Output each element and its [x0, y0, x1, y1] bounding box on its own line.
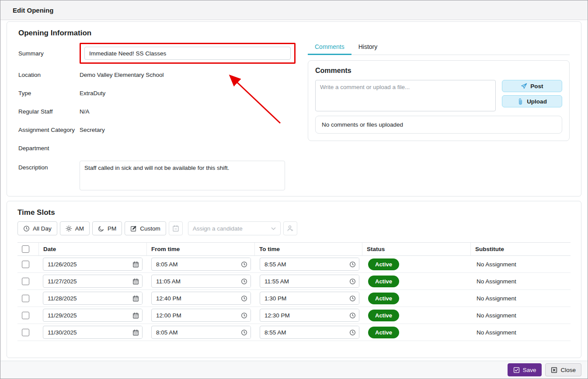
paperclip-icon: [517, 98, 524, 105]
am-button[interactable]: AM: [60, 221, 90, 235]
custom-button[interactable]: Custom: [125, 221, 166, 235]
from-time-input[interactable]: [152, 278, 237, 285]
status-badge: Active: [368, 310, 399, 321]
assignment-category-row: Assignment Category Secretary: [18, 121, 296, 139]
row-checkbox[interactable]: [22, 261, 29, 268]
to-time-input[interactable]: [260, 261, 346, 268]
from-time-input[interactable]: [152, 329, 237, 336]
comments-card: Comments Post Upload: [308, 60, 570, 141]
from-time-field: [151, 292, 251, 305]
from-time-field: [151, 258, 251, 271]
clock-icon[interactable]: [346, 258, 359, 270]
table-row: Active No Assignment: [17, 290, 571, 307]
date-input[interactable]: [43, 278, 129, 285]
from-time-input[interactable]: [152, 295, 237, 302]
am-label: AM: [75, 225, 84, 232]
all-day-button[interactable]: All Day: [17, 221, 57, 235]
comments-card-title: Comments: [315, 67, 562, 75]
date-field: [43, 292, 143, 305]
assignment-category-label: Assignment Category: [18, 127, 80, 133]
row-checkbox[interactable]: [22, 278, 29, 285]
status-badge: Active: [368, 258, 399, 270]
date-field: [43, 309, 143, 322]
clock-icon[interactable]: [237, 292, 251, 304]
header-substitute: Substitute: [470, 243, 571, 255]
close-button-label: Close: [560, 367, 576, 373]
description-input[interactable]: Staff called in sick and will not be ava…: [80, 161, 285, 190]
tab-history[interactable]: History: [351, 39, 385, 55]
calendar-icon[interactable]: [129, 309, 142, 321]
from-time-input[interactable]: [152, 312, 237, 319]
date-field: [43, 275, 143, 288]
assign-candidate-select[interactable]: Assign a candidate: [188, 221, 281, 235]
clock-icon[interactable]: [346, 292, 359, 304]
time-slots-table: Date From time To time Status Substitute: [17, 242, 571, 341]
opening-information-card: Opening Information Summary Location Dem…: [7, 21, 581, 196]
clock-icon[interactable]: [237, 309, 251, 321]
date-input[interactable]: [43, 312, 129, 319]
time-slots-card: Time Slots All Day AM PM Custom: [7, 201, 581, 358]
calendar-picker-button[interactable]: [169, 221, 183, 235]
row-checkbox[interactable]: [22, 295, 29, 302]
dialog-title: Edit Opening: [0, 0, 588, 20]
post-button[interactable]: Post: [502, 80, 562, 92]
date-field: [43, 326, 143, 339]
to-time-input[interactable]: [260, 312, 346, 319]
pm-button[interactable]: PM: [92, 221, 122, 235]
date-input[interactable]: [43, 261, 129, 268]
assign-person-button[interactable]: [283, 221, 297, 235]
calendar-icon[interactable]: [129, 326, 142, 338]
to-time-input[interactable]: [260, 329, 346, 336]
opening-info-fields: Summary Location Demo Valley Elementary …: [18, 38, 296, 190]
calendar-icon[interactable]: [129, 275, 142, 287]
all-day-label: All Day: [33, 225, 52, 232]
summary-label: Summary: [18, 50, 80, 57]
description-row: Description Staff called in sick and wil…: [18, 161, 296, 190]
from-time-field: [151, 275, 251, 288]
clock-icon[interactable]: [346, 309, 359, 321]
status-badge: Active: [368, 276, 399, 287]
comments-panel: Comments History Comments Post: [296, 38, 570, 190]
upload-button[interactable]: Upload: [502, 95, 562, 107]
person-icon: [287, 225, 294, 232]
sun-icon: [66, 225, 72, 232]
save-button[interactable]: Save: [508, 363, 542, 376]
clock-icon[interactable]: [346, 275, 359, 287]
tab-comments[interactable]: Comments: [308, 39, 351, 55]
comment-textarea[interactable]: [315, 80, 496, 111]
calendar-minus-icon: [172, 225, 179, 232]
select-all-checkbox[interactable]: [22, 245, 29, 253]
custom-label: Custom: [140, 225, 160, 232]
clock-icon[interactable]: [346, 326, 359, 338]
header-to-time: To time: [254, 243, 362, 255]
substitute-value: No Assignment: [477, 312, 516, 319]
row-checkbox[interactable]: [22, 329, 29, 336]
date-input[interactable]: [43, 295, 129, 302]
row-checkbox[interactable]: [22, 312, 29, 319]
date-input[interactable]: [43, 329, 129, 336]
to-time-field: [260, 309, 359, 322]
substitute-value: No Assignment: [477, 295, 516, 302]
table-row: Active No Assignment: [17, 324, 571, 341]
table-row: Active No Assignment: [17, 256, 571, 273]
save-button-label: Save: [523, 367, 536, 373]
calendar-icon[interactable]: [129, 258, 142, 270]
header-status: Status: [362, 243, 470, 255]
chevron-down-icon: [270, 225, 277, 232]
comments-empty-message: No comments or files uploaded: [315, 116, 562, 134]
calendar-icon[interactable]: [129, 292, 142, 304]
clock-icon[interactable]: [237, 258, 251, 270]
from-time-input[interactable]: [152, 261, 237, 268]
clock-icon[interactable]: [237, 275, 251, 287]
pencil-square-icon: [130, 225, 137, 232]
clock-icon[interactable]: [237, 326, 251, 338]
summary-input[interactable]: [84, 47, 291, 60]
type-row: Type ExtraDuty: [18, 84, 296, 102]
close-button[interactable]: Close: [545, 363, 581, 376]
table-row: Active No Assignment: [17, 307, 571, 324]
to-time-field: [260, 258, 359, 271]
assign-candidate-placeholder: Assign a candidate: [188, 225, 270, 232]
header-date: Date: [38, 243, 146, 255]
to-time-input[interactable]: [260, 295, 346, 302]
to-time-input[interactable]: [260, 278, 346, 285]
